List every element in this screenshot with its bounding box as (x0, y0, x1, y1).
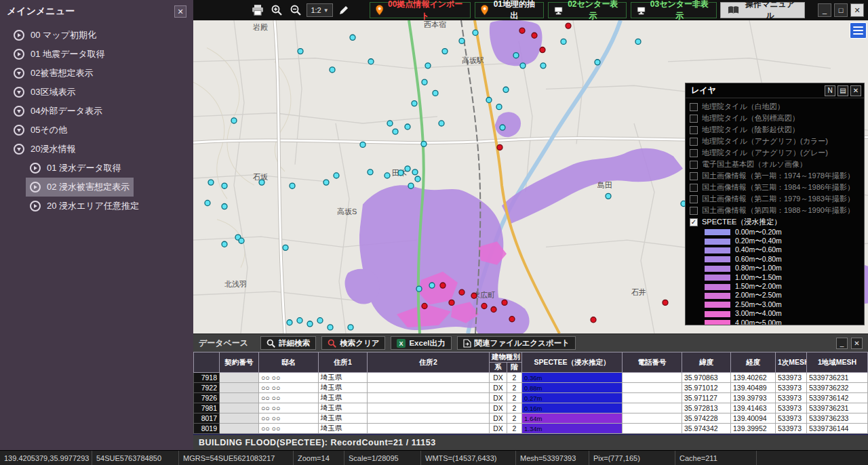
column-header[interactable]: 電話番号 (623, 352, 682, 373)
report-point-marker[interactable] (348, 325, 353, 330)
table-row[interactable]: 7918○○ ○○埼玉県DX20.36m35.970863139.4026253… (194, 373, 868, 383)
column-header[interactable]: 1地域MESH (807, 352, 868, 373)
alert-point-marker[interactable] (449, 300, 454, 305)
toolbar-button[interactable]: 02センター表示 (548, 2, 627, 18)
column-header[interactable]: 経度 (731, 352, 776, 373)
report-point-marker[interactable] (387, 121, 393, 126)
layer-checkbox[interactable] (690, 184, 698, 192)
report-point-marker[interactable] (459, 38, 465, 43)
alert-point-marker[interactable] (422, 303, 427, 308)
sidebar-item[interactable]: 04外部データ表示 (9, 102, 106, 121)
db-searchred-button[interactable]: 検索クリア (321, 336, 385, 350)
report-point-marker[interactable] (393, 129, 398, 134)
report-point-marker[interactable] (442, 49, 448, 54)
column-header[interactable]: 住所2 (368, 352, 490, 373)
report-point-marker[interactable] (222, 204, 227, 209)
toolbar-button[interactable]: 01地理的抽出 (475, 2, 544, 18)
report-point-marker[interactable] (425, 63, 431, 68)
report-point-marker[interactable] (561, 39, 566, 44)
report-point-marker[interactable] (328, 325, 333, 330)
menu-toggle-button[interactable] (850, 22, 867, 39)
sidebar-item[interactable]: 01 地震データ取得 (9, 45, 109, 64)
alert-point-marker[interactable] (519, 28, 525, 33)
toolbar-button[interactable]: 00拠点情報インポート (370, 2, 470, 18)
alert-point-marker[interactable] (471, 293, 477, 298)
report-point-marker[interactable] (334, 173, 339, 178)
report-point-marker[interactable] (433, 90, 438, 96)
layer-item[interactable]: 地理院タイル（アナグリフ）(カラー) (690, 136, 860, 147)
sub-column-header[interactable]: 系 (490, 363, 507, 373)
report-point-marker[interactable] (287, 320, 292, 325)
report-point-marker[interactable] (540, 63, 546, 68)
sidebar-item[interactable]: 20浸水情報 (9, 140, 79, 159)
alert-point-marker[interactable] (491, 306, 496, 312)
maximize-button[interactable]: □ (834, 3, 848, 17)
alert-point-marker[interactable] (502, 300, 507, 305)
alert-point-marker[interactable] (497, 144, 502, 150)
layer-checkbox[interactable] (690, 207, 698, 215)
layer-item[interactable]: 地理院タイル（色別標高図） (690, 113, 860, 124)
sidebar-item[interactable]: 02被害想定表示 (9, 64, 97, 83)
db-excel-button[interactable]: XExcel出力 (391, 336, 451, 350)
alert-point-marker[interactable] (591, 317, 596, 323)
report-point-marker[interactable] (635, 39, 641, 44)
layer-item[interactable]: 国土画像情報（第二期：1979～1983年撮影） (690, 193, 860, 205)
print-icon[interactable] (250, 2, 266, 18)
legend-button[interactable]: ▤ (837, 85, 848, 96)
report-point-marker[interactable] (408, 183, 414, 188)
sidebar-item[interactable]: 01 浸水データ取得 (26, 159, 125, 178)
report-point-marker[interactable] (323, 180, 329, 185)
report-point-marker[interactable] (422, 79, 427, 85)
sidebar-item[interactable]: 05その他 (9, 121, 71, 140)
layer-item[interactable]: 電子国土基本図（オルソ画像） (690, 159, 860, 170)
map-container[interactable]: 岩殿西本宿高坂駅田木石坂島田高坂S北浅羽末広町石井 レイヤ N ▤ ✕ 地理院タ (193, 20, 868, 333)
layer-checkbox[interactable] (690, 138, 698, 146)
report-point-marker[interactable] (297, 318, 302, 323)
manual-button[interactable]: 操作マニュアル (720, 2, 805, 18)
report-point-marker[interactable] (405, 166, 410, 171)
column-header[interactable]: 契約番号 (220, 352, 259, 373)
column-header[interactable]: 1次MESH (776, 352, 807, 373)
sidebar-item[interactable]: 20 浸水エリア任意推定 (26, 197, 143, 216)
column-header[interactable]: 建物種別 (490, 352, 522, 363)
report-point-marker[interactable] (500, 125, 505, 130)
pencil-icon[interactable] (336, 2, 352, 18)
database-minimize-button[interactable]: _ (836, 338, 848, 349)
layer-item[interactable]: 地理院タイル（陰影起伏図） (690, 124, 860, 136)
layer-item[interactable]: ✓SPECTEE（浸水推定） (690, 216, 860, 228)
report-point-marker[interactable] (520, 63, 526, 68)
report-point-marker[interactable] (205, 200, 210, 205)
layer-item[interactable]: 地理院タイル（アナグリフ）(グレー) (690, 147, 860, 159)
report-point-marker[interactable] (503, 87, 509, 92)
report-point-marker[interactable] (350, 35, 355, 40)
report-point-marker[interactable] (439, 121, 444, 126)
alert-point-marker[interactable] (459, 289, 465, 295)
alert-point-marker[interactable] (566, 23, 571, 28)
sidebar-item[interactable]: 03区域表示 (9, 83, 79, 102)
column-header[interactable]: 住所1 (319, 352, 368, 373)
alert-point-marker[interactable] (532, 33, 537, 38)
alert-point-marker[interactable] (509, 317, 515, 322)
alert-point-marker[interactable] (440, 283, 446, 288)
layer-item[interactable]: 国土画像情報（第一期：1974～1978年撮影） (690, 170, 860, 182)
report-point-marker[interactable] (412, 169, 418, 175)
database-close-button[interactable]: ✕ (851, 338, 863, 349)
report-point-marker[interactable] (595, 60, 600, 65)
layer-checkbox[interactable] (690, 103, 698, 111)
layer-checkbox[interactable] (690, 195, 698, 203)
report-point-marker[interactable] (307, 321, 313, 327)
report-point-marker[interactable] (290, 183, 295, 188)
report-point-marker[interactable] (429, 283, 435, 288)
report-point-marker[interactable] (368, 169, 373, 175)
report-point-marker[interactable] (421, 141, 427, 146)
column-header[interactable]: 緯度 (682, 352, 731, 373)
main-menu-close-button[interactable]: ✕ (174, 5, 186, 18)
report-point-marker[interactable] (606, 193, 611, 199)
report-point-marker[interactable] (360, 142, 366, 147)
layer-checkbox[interactable] (690, 115, 698, 123)
zoom-in-icon[interactable] (269, 2, 285, 18)
report-point-marker[interactable] (398, 170, 403, 176)
report-point-marker[interactable] (222, 241, 227, 247)
layer-panel-close-button[interactable]: ✕ (850, 85, 861, 96)
table-row[interactable]: 8019○○ ○○埼玉県DX21.34m35.974342139.3995253… (194, 424, 868, 434)
